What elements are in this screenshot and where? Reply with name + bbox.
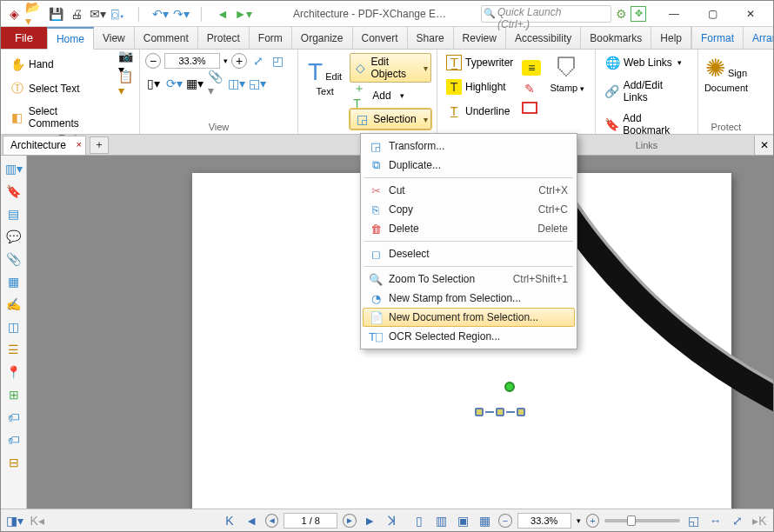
- comments-pane-icon[interactable]: 💬: [4, 227, 23, 246]
- tab-comment[interactable]: Comment: [135, 27, 198, 49]
- pages-pane-icon[interactable]: ▦▾: [187, 76, 203, 91]
- tags-pane-icon[interactable]: 🏷: [4, 408, 23, 427]
- scan-icon[interactable]: ⌼▾: [109, 4, 128, 23]
- fullscreen-icon[interactable]: ✥: [631, 6, 646, 22]
- open-icon[interactable]: 📂▾: [25, 4, 44, 23]
- prev-page-btn[interactable]: ◄: [244, 512, 260, 529]
- prev-view-btn[interactable]: ◄: [265, 514, 279, 528]
- quick-launch-input[interactable]: Quick Launch (Ctrl+.): [481, 5, 611, 23]
- attach-icon[interactable]: 📎▾: [208, 76, 224, 91]
- fit-page2-icon[interactable]: ⤢: [729, 512, 745, 529]
- status-end-icon[interactable]: ▸K: [751, 512, 768, 529]
- tab-help[interactable]: Help: [651, 27, 691, 49]
- destinations-pane-icon[interactable]: 📍: [4, 362, 23, 382]
- page-number-input[interactable]: 1 / 8: [284, 513, 337, 529]
- menu-new-stamp[interactable]: ◔New Stamp from Selection...: [363, 289, 575, 308]
- tab-form[interactable]: Form: [250, 27, 292, 49]
- doc-tab-architecture[interactable]: Architecture ×: [3, 136, 86, 155]
- fit-width-icon[interactable]: ⤢: [250, 53, 266, 69]
- hand-tool[interactable]: ✋Hand: [6, 55, 113, 74]
- menu-transform[interactable]: ◲Transform...: [363, 136, 575, 156]
- zoom-dd-icon[interactable]: ▾: [224, 57, 228, 65]
- bookmarks-pane-icon[interactable]: 🔖: [4, 182, 23, 201]
- undo-icon[interactable]: ↶▾: [150, 4, 170, 23]
- fit-page-icon[interactable]: ◰: [270, 53, 285, 69]
- layers-pane-icon[interactable]: ◫: [4, 317, 23, 336]
- edit-text-button[interactable]: T Edit Text: [304, 58, 346, 124]
- fields-pane-icon[interactable]: ▦: [4, 272, 23, 291]
- status-zoom-out-icon[interactable]: −: [498, 514, 512, 528]
- menu-deselect[interactable]: ◻Deselect: [363, 244, 575, 263]
- content-pane-icon[interactable]: ☰: [4, 340, 23, 359]
- status-zoom-input[interactable]: 33.3%: [517, 513, 571, 529]
- first-page-icon[interactable]: K◂: [29, 512, 45, 529]
- signatures-pane-icon[interactable]: ✍: [4, 295, 23, 314]
- attachments-pane-icon[interactable]: 📎: [4, 249, 23, 269]
- tab-accessibility[interactable]: Accessibility: [506, 27, 581, 49]
- sign-document-button[interactable]: ✺ Sign Document: [704, 54, 749, 120]
- snapshot-icon[interactable]: 📷▾: [118, 55, 134, 70]
- layout-single-icon[interactable]: ▯: [410, 512, 427, 529]
- next-page-btn[interactable]: ►: [362, 512, 378, 529]
- zoom-value-input[interactable]: [164, 53, 220, 69]
- links-pane-icon[interactable]: ⊞: [4, 385, 23, 404]
- menu-copy[interactable]: ⎘CopyCtrl+C: [363, 200, 575, 219]
- tab-protect[interactable]: Protect: [198, 27, 250, 49]
- print-icon[interactable]: 🖨: [67, 4, 86, 23]
- zoom-out-icon[interactable]: −: [145, 53, 161, 69]
- last-page-btn[interactable]: ꓘ: [384, 512, 400, 529]
- add-doc-tab-button[interactable]: ＋: [90, 136, 109, 154]
- stamp-button[interactable]: ⛉ Stamp ▾: [546, 54, 588, 120]
- misc-view-icon[interactable]: ◱▾: [250, 76, 265, 91]
- rect-icon[interactable]: [522, 102, 537, 114]
- pencil-icon[interactable]: ✎: [522, 81, 537, 96]
- next-icon[interactable]: ►▾: [234, 4, 253, 23]
- zoom-slider[interactable]: [604, 519, 680, 522]
- doc-area-close-button[interactable]: ✕: [754, 136, 773, 155]
- selection-dropdown[interactable]: ◲Selection: [350, 109, 431, 130]
- tab-bookmarks[interactable]: Bookmarks: [581, 27, 651, 49]
- edit-objects-dropdown[interactable]: ◇Edit Objects: [350, 53, 431, 83]
- clipboard-icon[interactable]: 📋▾: [118, 76, 134, 91]
- tab-share[interactable]: Share: [408, 27, 454, 49]
- grid-icon[interactable]: ◫▾: [229, 76, 244, 91]
- add-dropdown[interactable]: ＋TAdd▾: [350, 86, 431, 105]
- web-links-button[interactable]: 🌐Web Links▾: [601, 53, 692, 72]
- tab-home[interactable]: Home: [47, 27, 94, 50]
- next-view-btn[interactable]: ►: [343, 514, 357, 528]
- highlight-tool[interactable]: THighlight: [443, 77, 517, 96]
- close-button[interactable]: ✕: [731, 2, 770, 26]
- fit-width2-icon[interactable]: ↔: [707, 512, 724, 529]
- minimize-button[interactable]: —: [655, 2, 693, 26]
- underline-tool[interactable]: TUnderline: [443, 102, 517, 121]
- menu-new-document[interactable]: 📄New Document from Selection...: [363, 308, 575, 327]
- select-comments-tool[interactable]: ◧Select Comments: [6, 103, 113, 131]
- one-page-icon[interactable]: ▯▾: [145, 76, 161, 91]
- thumbnails-pane-icon[interactable]: ▤: [4, 204, 23, 223]
- typewriter-tool[interactable]: T̲Typewriter: [443, 53, 517, 72]
- save-icon[interactable]: 💾: [46, 4, 65, 23]
- status-options-icon[interactable]: ◨▾: [6, 512, 23, 529]
- maximize-button[interactable]: ▢: [693, 2, 731, 26]
- rotate-icon[interactable]: ⟳▾: [166, 76, 182, 91]
- zoom-in-icon[interactable]: +: [231, 53, 247, 69]
- menu-duplicate[interactable]: ⧉Duplicate...: [363, 156, 575, 175]
- tab-review[interactable]: Review: [454, 27, 506, 49]
- layout-facing-icon[interactable]: ▣: [455, 512, 471, 529]
- order-pane-icon[interactable]: ⊟: [4, 453, 23, 472]
- fit-actual-icon[interactable]: ◱: [685, 512, 702, 529]
- doc-tab-close-icon[interactable]: ×: [77, 139, 82, 150]
- tab-organize[interactable]: Organize: [292, 27, 353, 49]
- layout-facing2-icon[interactable]: ▦: [477, 512, 493, 529]
- layout-cont-icon[interactable]: ▥: [432, 512, 449, 529]
- mail-icon[interactable]: ✉▾: [88, 4, 107, 23]
- select-text-tool[interactable]: ⓉSelect Text: [6, 79, 113, 98]
- menu-ocr[interactable]: T⎕OCR Selected Region...: [363, 327, 575, 346]
- prev-icon[interactable]: ◄: [213, 4, 232, 23]
- menu-cut[interactable]: ✂CutCtrl+X: [363, 181, 575, 200]
- tab-format[interactable]: Format: [691, 27, 744, 49]
- sidebar-options-icon[interactable]: ▥▾: [4, 159, 23, 178]
- tag2-pane-icon[interactable]: 🏷: [4, 430, 23, 449]
- redo-icon[interactable]: ↷▾: [171, 4, 190, 23]
- tab-convert[interactable]: Convert: [353, 27, 408, 49]
